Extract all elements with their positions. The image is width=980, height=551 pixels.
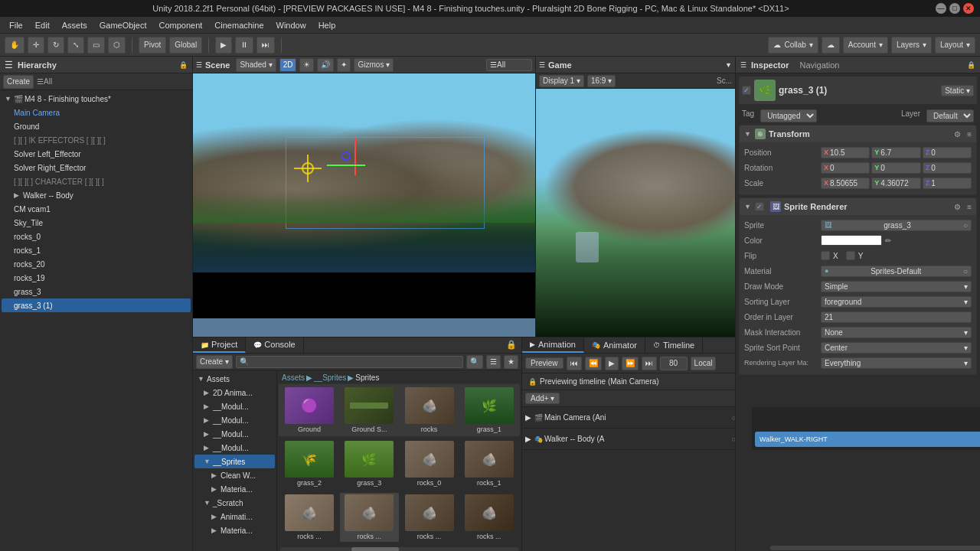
tree-item-walker-body[interactable]: ▶ Walker -- Body	[2, 188, 191, 202]
tree-clean[interactable]: ▶Clean W...	[194, 468, 275, 482]
sprite-value[interactable]: 🖼 grass_3 ○	[821, 220, 972, 231]
rendering-layer-dropdown[interactable]: Everything ▾	[821, 357, 972, 369]
project-star[interactable]: ★	[504, 355, 518, 369]
transform-options[interactable]: ⚙	[954, 130, 961, 139]
tab-console[interactable]: 💬 Console	[246, 337, 303, 353]
tree-module1[interactable]: ▶__Modul...	[194, 399, 275, 413]
mask-interaction-dropdown[interactable]: None ▾	[821, 327, 972, 338]
rotate-tool[interactable]: ↻	[47, 37, 64, 54]
shading-dropdown[interactable]: Shaded ▾	[236, 58, 276, 72]
pivot-button[interactable]: Pivot	[139, 37, 166, 54]
rotation-y[interactable]: Y 0	[871, 162, 920, 174]
tree-item-scene[interactable]: ▼ 🎬 M4 8 - Finishing touches*	[2, 92, 191, 106]
tree-assets[interactable]: ▼Assets	[194, 372, 275, 386]
tree-item-sky[interactable]: Sky_Tile	[2, 216, 191, 230]
transform-tool[interactable]: ⬡	[108, 37, 126, 54]
position-y[interactable]: Y 6.7	[871, 147, 920, 158]
sprite-sort-point-dropdown[interactable]: Center ▾	[821, 342, 972, 354]
tree-animations[interactable]: ▶Animati...	[194, 510, 275, 523]
display-dropdown[interactable]: Display 1 ▾	[539, 75, 584, 87]
breadcrumb-assets[interactable]: Assets	[282, 373, 305, 382]
project-filter[interactable]: ☰	[486, 355, 501, 369]
rotation-x[interactable]: X 0	[821, 162, 870, 174]
menu-gameobject[interactable]: GameObject	[93, 19, 153, 31]
asset-ground-s[interactable]: Ground S...	[340, 386, 398, 435]
asset-rocks[interactable]: 🪨 rocks	[400, 386, 459, 435]
order-layer-value[interactable]: 21	[821, 311, 972, 323]
global-button[interactable]: Global	[169, 37, 202, 54]
tree-item-ground[interactable]: Ground	[2, 119, 191, 133]
flip-y-checkbox[interactable]	[846, 251, 855, 260]
asset-rocks-c[interactable]: 🪨 rocks ...	[400, 493, 459, 542]
anim-frame-input[interactable]	[660, 357, 688, 370]
tree-materials1[interactable]: ▶Materia...	[194, 482, 275, 496]
menu-component[interactable]: Component	[152, 19, 208, 31]
sprite-renderer-options[interactable]: ⚙	[954, 203, 961, 211]
asset-rocks1[interactable]: 🪨 rocks_1	[460, 439, 518, 488]
breadcrumb-sprites-parent[interactable]: __Sprites	[314, 373, 346, 382]
preview-button[interactable]: Preview	[525, 357, 564, 369]
position-x[interactable]: X 10.5	[821, 147, 870, 158]
anim-play[interactable]: ▶	[605, 357, 619, 370]
tree-item-character[interactable]: [ ][ ][ ] CHARACTER [ ][ ][ ]	[2, 174, 191, 188]
tree-sprites[interactable]: ▼__Sprites	[194, 455, 275, 468]
project-search[interactable]	[236, 356, 463, 368]
cloud-button[interactable]: ☁	[822, 37, 840, 54]
sorting-layer-dropdown[interactable]: foreground ▾	[821, 296, 972, 308]
tree-item-main-camera[interactable]: Main Camera	[2, 106, 191, 119]
color-picker-icon[interactable]: ✏	[885, 236, 891, 245]
scene-view[interactable]	[193, 73, 535, 337]
anim-prev-frame[interactable]: ⏪	[585, 357, 602, 370]
minimize-button[interactable]: —	[936, 3, 946, 14]
timeline-row-1[interactable]	[752, 407, 980, 429]
tree-item-cm-vcam[interactable]: CM vcam1	[2, 202, 191, 216]
asset-ground-purple[interactable]: 🟣 Ground	[280, 386, 338, 435]
menu-assets[interactable]: Assets	[56, 19, 93, 31]
game-close[interactable]: ▼	[725, 61, 732, 69]
rect-tool[interactable]: ▭	[87, 37, 105, 54]
resolution-dropdown[interactable]: 16:9 ▾	[587, 75, 616, 87]
track-1-expand[interactable]: ▶	[525, 413, 531, 422]
anim-prev-start[interactable]: ⏮	[567, 357, 582, 370]
anim-next-start[interactable]: ⏭	[642, 357, 657, 370]
tree-scratch[interactable]: ▼_Scratch	[194, 496, 275, 510]
sprite-renderer-menu[interactable]: ≡	[967, 203, 972, 211]
object-enabled-checkbox[interactable]	[742, 86, 751, 95]
tree-module4[interactable]: ▶__Modul...	[194, 441, 275, 455]
tree-item-grass3[interactable]: grass_3	[2, 285, 191, 298]
transform-header[interactable]: ▼ ⊕ Transform ⚙ ≡	[740, 126, 976, 142]
menu-help[interactable]: Help	[312, 19, 342, 31]
scale-tool[interactable]: ⤡	[67, 37, 84, 54]
object-name[interactable]: grass_3 (1)	[779, 85, 938, 96]
tag-dropdown[interactable]: Untagged	[760, 109, 817, 122]
account-dropdown[interactable]: Account ▾	[843, 37, 888, 54]
layout-dropdown[interactable]: Layout ▾	[935, 37, 975, 54]
pause-button[interactable]: ⏸	[235, 37, 253, 54]
position-z[interactable]: Z 0	[923, 147, 972, 158]
search-btn[interactable]: 🔍	[466, 355, 483, 369]
scale-z[interactable]: Z 1	[923, 178, 972, 189]
sprite-select-icon[interactable]: ○	[963, 221, 968, 230]
navigation-tab[interactable]: Navigation	[800, 60, 840, 70]
tree-module2[interactable]: ▶__Modul...	[194, 413, 275, 427]
timeline-row-2[interactable]: Walker_WALK-RIGHT	[752, 429, 980, 450]
tree-2danim[interactable]: ▶2D Anima...	[194, 386, 275, 399]
rotation-z[interactable]: Z 0	[923, 162, 972, 174]
project-lock[interactable]: 🔒	[501, 337, 521, 353]
color-swatch[interactable]	[821, 235, 882, 246]
tree-item-rocks0[interactable]: rocks_0	[2, 230, 191, 243]
material-select[interactable]: ○	[963, 267, 968, 276]
tree-item-rocks1[interactable]: rocks_1	[2, 243, 191, 257]
asset-rocks-b[interactable]: 🪨 rocks ...	[340, 493, 398, 542]
draw-mode-dropdown[interactable]: Simple ▾	[821, 281, 972, 292]
inspector-lock[interactable]: 🔒	[967, 61, 975, 69]
2d-button[interactable]: 2D	[279, 58, 297, 72]
asset-rocks-d[interactable]: 🪨 rocks ...	[460, 493, 518, 542]
transform-menu[interactable]: ≡	[967, 130, 972, 139]
tree-item-grass3-1[interactable]: grass_3 (1)	[2, 298, 191, 312]
sprite-renderer-enabled[interactable]	[755, 202, 764, 211]
hierarchy-create-btn[interactable]: Create	[3, 75, 34, 89]
maximize-button[interactable]: □	[949, 3, 960, 14]
asset-grass1[interactable]: 🌿 grass_1	[460, 386, 518, 435]
material-value[interactable]: ● Sprites-Default ○	[821, 266, 972, 277]
